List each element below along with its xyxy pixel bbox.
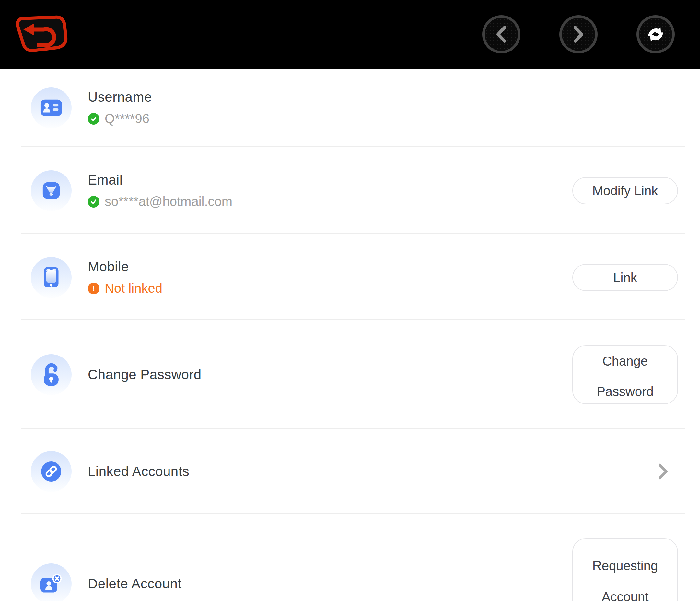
row-title: Change Password (88, 367, 202, 383)
row-texts: Username Q****96 (88, 89, 152, 126)
refresh-icon (646, 25, 665, 44)
account-row-change-password: Change Password Change Password (0, 320, 700, 429)
row-left: Mobile Not linked (31, 257, 162, 298)
chevron-right-icon (572, 25, 585, 44)
mobile-value: Not linked (105, 281, 162, 296)
account-row-email: Email so****at@hotmail.com Modify Link (0, 147, 700, 234)
row-title: Linked Accounts (88, 464, 189, 479)
row-left: Username Q****96 (31, 87, 152, 128)
chevron-left-icon (495, 25, 508, 44)
link-mobile-button[interactable]: Link (572, 264, 678, 291)
row-texts: Mobile Not linked (88, 259, 162, 296)
chevron-right-icon[interactable] (657, 463, 669, 480)
row-title: Email (88, 172, 232, 188)
username-status: Q****96 (88, 111, 152, 126)
account-row-mobile: Mobile Not linked Link (0, 234, 700, 320)
warning-exclamation-icon (88, 283, 99, 294)
id-card-icon (31, 87, 72, 128)
modify-link-button[interactable]: Modify Link (572, 177, 678, 204)
chain-link-icon (31, 451, 72, 492)
row-title: Mobile (88, 259, 162, 275)
row-left: Email so****at@hotmail.com (31, 170, 232, 211)
username-value: Q****96 (105, 111, 149, 126)
mail-icon (31, 170, 72, 211)
person-remove-icon (31, 564, 72, 601)
row-left: Linked Accounts (31, 451, 189, 492)
email-status: so****at@hotmail.com (88, 194, 232, 209)
change-password-button[interactable]: Change Password (572, 345, 678, 404)
requesting-account-button[interactable]: Requesting Account (572, 538, 678, 601)
row-left: Delete Account (31, 564, 182, 601)
browser-nav (482, 15, 675, 53)
nav-forward-button[interactable] (559, 15, 598, 53)
verified-check-icon (88, 113, 99, 125)
verified-check-icon (88, 196, 99, 208)
email-value: so****at@hotmail.com (105, 194, 232, 209)
row-texts: Change Password (88, 367, 202, 383)
nav-back-button[interactable] (482, 15, 521, 53)
mobile-status: Not linked (88, 281, 162, 296)
back-logo undo-arrow-logo[interactable] (12, 14, 71, 55)
phone-icon (31, 257, 72, 298)
unlock-icon (31, 354, 72, 395)
account-row-delete-account: Delete Account Requesting Account (0, 514, 700, 601)
account-row-linked-accounts[interactable]: Linked Accounts (0, 429, 700, 514)
account-row-username: Username Q****96 (0, 69, 700, 147)
row-title: Delete Account (88, 576, 182, 592)
row-texts: Delete Account (88, 576, 182, 592)
top-bar (0, 0, 700, 69)
row-texts: Email so****at@hotmail.com (88, 172, 232, 209)
row-texts: Linked Accounts (88, 464, 189, 479)
row-left: Change Password (31, 354, 202, 395)
nav-refresh-button[interactable] (636, 15, 675, 53)
row-title: Username (88, 89, 152, 105)
